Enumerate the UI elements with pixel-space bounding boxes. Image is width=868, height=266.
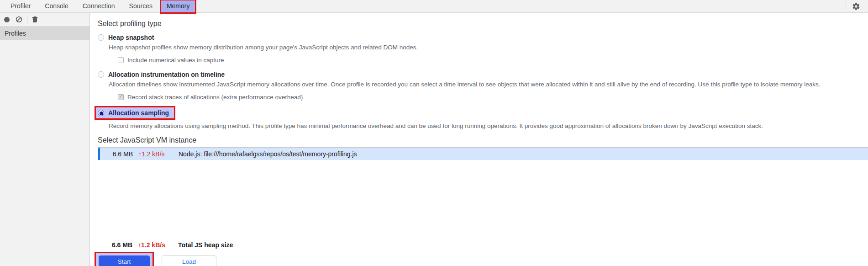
vm-instance-heading: Select JavaScript VM instance bbox=[98, 136, 868, 144]
vm-target-name: Node.js: file:///home/rafaelgss/repos/os… bbox=[179, 150, 868, 158]
tabbar-right-controls bbox=[840, 0, 868, 12]
sidebar-item-profiles[interactable]: Profiles bbox=[0, 27, 89, 40]
allocation-timeline-radio-row[interactable]: Allocation instrumentation on timeline bbox=[98, 71, 868, 78]
vm-instance-table: 6.6 MB ↑1.2 kB/s Node.js: file:///home/r… bbox=[98, 147, 868, 237]
include-numerical-values-row[interactable]: Include numerical values in capture bbox=[118, 57, 868, 64]
checkbox-include-numerical-values[interactable] bbox=[118, 57, 124, 63]
delete-icon[interactable] bbox=[32, 16, 38, 23]
radio-allocation-timeline[interactable] bbox=[98, 71, 104, 78]
devtools-tabbar: Profiler Console Connection Sources Memo… bbox=[0, 0, 868, 13]
heap-totals-row: 6.6 MB ↑1.2 kB/s Total JS heap size bbox=[98, 241, 868, 249]
load-button[interactable]: Load bbox=[162, 255, 216, 266]
allocation-timeline-label: Allocation instrumentation on timeline bbox=[108, 71, 225, 78]
left-pane: Profiles bbox=[0, 13, 90, 266]
vm-instance-row[interactable]: 6.6 MB ↑1.2 kB/s Node.js: file:///home/r… bbox=[98, 148, 868, 160]
option-heap-snapshot: Heap snapshot Heap snapshot profiles sho… bbox=[98, 34, 868, 64]
radio-heap-snapshot[interactable] bbox=[98, 34, 104, 41]
record-stack-traces-label: Record stack traces of allocations (extr… bbox=[127, 94, 303, 101]
start-button[interactable]: Start bbox=[99, 255, 150, 266]
start-button-annotation-highlight: Start bbox=[95, 252, 154, 266]
allocation-sampling-label: Allocation sampling bbox=[108, 109, 169, 117]
record-icon[interactable] bbox=[4, 17, 10, 22]
profiling-type-heading: Select profiling type bbox=[98, 20, 868, 28]
gear-icon[interactable] bbox=[852, 2, 860, 11]
tab-connection[interactable]: Connection bbox=[77, 0, 121, 13]
radio-allocation-sampling[interactable] bbox=[98, 110, 104, 116]
tab-sources[interactable]: Sources bbox=[123, 0, 158, 13]
profiler-toolbar bbox=[0, 13, 89, 27]
allocation-sampling-annotation-highlight[interactable]: Allocation sampling bbox=[95, 106, 175, 120]
allocation-timeline-description: Allocation timelines show instrumented J… bbox=[109, 81, 868, 88]
heap-snapshot-description: Heap snapshot profiles show memory distr… bbox=[109, 44, 868, 51]
tab-memory[interactable]: Memory bbox=[161, 0, 196, 13]
memory-panel: Select profiling type Heap snapshot Heap… bbox=[90, 13, 868, 266]
vm-allocation-rate: ↑1.2 kB/s bbox=[138, 150, 173, 158]
allocation-sampling-description: Record memory allocations using sampling… bbox=[109, 122, 868, 129]
vm-heap-size: 6.6 MB bbox=[105, 150, 133, 158]
tab-console[interactable]: Console bbox=[39, 0, 74, 13]
toolbar-divider bbox=[27, 16, 27, 24]
heap-snapshot-label: Heap snapshot bbox=[108, 34, 154, 41]
clear-icon[interactable] bbox=[16, 16, 22, 23]
checkbox-record-stack-traces[interactable] bbox=[118, 94, 124, 100]
include-numerical-values-label: Include numerical values in capture bbox=[127, 57, 224, 64]
option-allocation-timeline: Allocation instrumentation on timeline A… bbox=[98, 71, 868, 101]
total-allocation-rate: ↑1.2 kB/s bbox=[138, 241, 173, 249]
option-allocation-sampling: Allocation sampling Record memory alloca… bbox=[98, 106, 868, 129]
actions-row: Start Load bbox=[98, 252, 868, 266]
total-heap-size: 6.6 MB bbox=[104, 241, 132, 249]
record-stack-traces-row[interactable]: Record stack traces of allocations (extr… bbox=[118, 94, 868, 101]
tab-profiler[interactable]: Profiler bbox=[5, 0, 37, 13]
total-heap-size-label: Total JS heap size bbox=[178, 241, 868, 249]
toolbar-divider bbox=[846, 2, 846, 10]
heap-snapshot-radio-row[interactable]: Heap snapshot bbox=[98, 34, 868, 41]
